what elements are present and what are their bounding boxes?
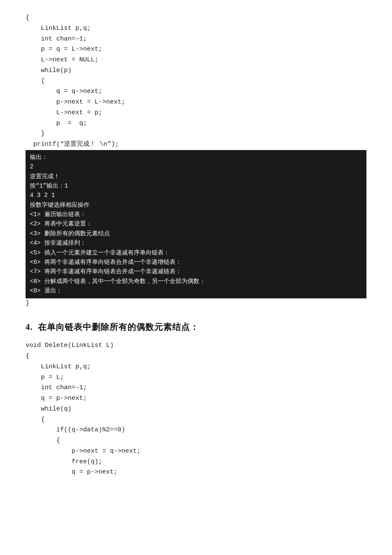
- terminal-line-8: <3> 删除所有的偶数元素结点: [30, 230, 110, 237]
- code-content-1: { LinkList p,q; int chan=-1; p = q = L->…: [26, 13, 366, 150]
- terminal-line-2: 逆置完成！: [30, 173, 60, 180]
- terminal-line-3: 按“1”输出：1: [30, 182, 68, 189]
- terminal-line-12: <7> 将两个非递减有序单向链表合并成一个非递减链表：: [30, 268, 182, 275]
- code-content-2: void Delete(LinkList L) { LinkList p,q; …: [26, 341, 366, 478]
- code-block-1: { LinkList p,q; int chan=-1; p = q = L->…: [26, 13, 366, 150]
- terminal-line-5: 按数字键选择相应操作: [30, 202, 89, 208]
- terminal-line-14: <0> 退出：: [30, 287, 62, 294]
- terminal-line-9: <4> 按非递减排列：: [30, 240, 86, 246]
- terminal-line-10: <5> 插入一个元素并建立一个非递减有序单向链表：: [30, 249, 170, 256]
- terminal-output: 输出： 2 逆置完成！ 按“1”输出：1 4 3 2 1 按数字键选择相应操作 …: [26, 150, 366, 298]
- terminal-line-11: <6> 将两个非递减有序单向链表合并成一个非递增链表：: [30, 259, 182, 266]
- code-block-2: void Delete(LinkList L) { LinkList p,q; …: [26, 341, 366, 478]
- terminal-closing-brace: }: [26, 298, 366, 309]
- terminal-line-0: 输出：: [30, 154, 48, 161]
- terminal-line-6: <1> 遍历输出链表：: [30, 211, 86, 218]
- terminal-line-1: 2: [30, 163, 33, 170]
- terminal-line-4: 4 3 2 1: [30, 192, 55, 199]
- terminal-block: 输出： 2 逆置完成！ 按“1”输出：1 4 3 2 1 按数字键选择相应操作 …: [26, 150, 366, 309]
- section-4-heading: 4. 在单向链表中删除所有的偶数元素结点：: [26, 321, 366, 333]
- terminal-line-7: <2> 将表中元素逆置：: [30, 220, 92, 227]
- terminal-line-13: <8> 分解成两个链表，其中一个全部为奇数，另一个全部为偶数：: [30, 278, 205, 285]
- page-container: { LinkList p,q; int chan=-1; p = q = L->…: [26, 13, 366, 478]
